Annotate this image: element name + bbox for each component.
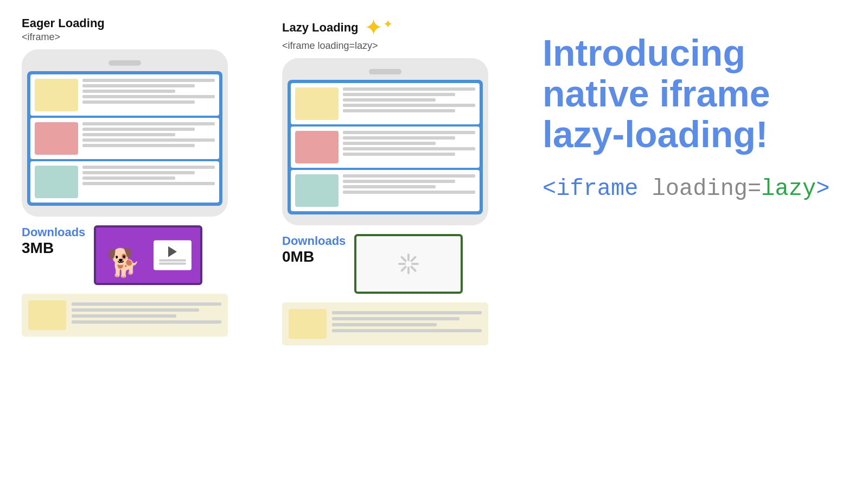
dog-icon: 🐕 bbox=[107, 247, 141, 279]
eager-phone bbox=[22, 49, 228, 217]
eager-below-item bbox=[22, 294, 228, 337]
lazy-phone bbox=[282, 58, 488, 225]
eager-downloads-row: Downloads 3MB 🐕 bbox=[22, 225, 202, 285]
lazy-screen bbox=[288, 80, 483, 214]
eager-subtitle: <iframe> bbox=[22, 31, 105, 43]
eager-title: Eager Loading bbox=[22, 16, 105, 30]
lazy-phone-notch bbox=[369, 69, 401, 74]
eager-downloads-label: Downloads bbox=[22, 225, 85, 239]
svg-line-7 bbox=[402, 267, 406, 271]
video-preview bbox=[154, 241, 192, 270]
below-fold-img bbox=[28, 300, 66, 330]
lazy-downloads-label: Downloads bbox=[282, 234, 346, 248]
eager-below-fold bbox=[22, 294, 228, 337]
svg-line-5 bbox=[412, 267, 416, 271]
eager-screen bbox=[27, 71, 222, 206]
intro-heading-line2: native iframe bbox=[542, 73, 770, 114]
eager-section-1 bbox=[30, 74, 219, 116]
loading-spinner-icon bbox=[395, 250, 422, 277]
intro-content: Introducing native iframe lazy-loading! … bbox=[542, 33, 846, 202]
lazy-img-2 bbox=[295, 131, 339, 163]
lazy-below-fold bbox=[282, 302, 488, 345]
eager-content-3 bbox=[82, 166, 215, 185]
svg-line-4 bbox=[402, 257, 406, 261]
play-icon bbox=[168, 246, 177, 257]
lazy-content-1 bbox=[343, 87, 475, 112]
eager-downloads-amount: 3MB bbox=[22, 239, 85, 257]
eager-img-3 bbox=[35, 166, 78, 198]
code-lazy-kw: lazy bbox=[761, 176, 816, 202]
intro-heading: Introducing native iframe lazy-loading! bbox=[542, 33, 846, 154]
lazy-content-3 bbox=[343, 174, 475, 194]
lazy-content-2 bbox=[343, 131, 475, 156]
lazy-section-1 bbox=[291, 83, 480, 124]
sparkle-big-icon: ✦ bbox=[364, 15, 383, 40]
eager-iframe-preview: 🐕 bbox=[94, 225, 202, 285]
intro-heading-line3: lazy-loading! bbox=[542, 113, 768, 155]
phone-notch bbox=[108, 60, 141, 66]
eager-downloads-info: Downloads 3MB bbox=[22, 225, 85, 257]
lazy-below-item bbox=[282, 302, 488, 345]
eager-section-3 bbox=[30, 161, 219, 203]
lazy-downloads-amount: 0MB bbox=[282, 248, 346, 266]
code-equals: = bbox=[748, 176, 761, 202]
code-close-bracket: > bbox=[816, 176, 829, 202]
main-container: Eager Loading <iframe> bbox=[0, 0, 868, 499]
sparkle-small-icon: ✦ bbox=[383, 17, 393, 31]
sparkle-decoration: ✦✦ bbox=[364, 16, 393, 39]
lazy-subtitle: <iframe loading=lazy> bbox=[282, 40, 393, 52]
lazy-section-2 bbox=[291, 127, 480, 168]
lazy-section-3 bbox=[291, 170, 480, 211]
lazy-label-row: Lazy Loading ✦✦ <iframe loading=lazy> bbox=[282, 16, 393, 52]
eager-loading-section: Eager Loading <iframe> bbox=[22, 16, 250, 337]
lazy-downloads-row: Downloads 0MB bbox=[282, 234, 463, 294]
intro-section: Introducing native iframe lazy-loading! … bbox=[542, 16, 846, 202]
lazy-img-3 bbox=[295, 174, 339, 207]
code-loading-kw: loading bbox=[652, 176, 748, 202]
lazy-below-fold-img bbox=[289, 309, 327, 339]
lazy-img-1 bbox=[295, 87, 339, 120]
lazy-loading-section: Lazy Loading ✦✦ <iframe loading=lazy> bbox=[282, 16, 510, 345]
eager-img-2 bbox=[35, 122, 78, 155]
lazy-downloads-info: Downloads 0MB bbox=[282, 234, 346, 266]
code-iframe-bracket: <iframe bbox=[542, 176, 652, 202]
eager-content-2 bbox=[82, 122, 215, 147]
lazy-iframe-placeholder bbox=[354, 234, 463, 294]
svg-line-6 bbox=[412, 257, 416, 261]
lazy-title: Lazy Loading bbox=[282, 21, 359, 35]
eager-section-2 bbox=[30, 118, 219, 159]
intro-heading-line1: Introducing bbox=[542, 32, 745, 73]
intro-code-line: <iframe loading=lazy> bbox=[542, 176, 846, 202]
eager-label-row: Eager Loading <iframe> bbox=[22, 16, 105, 43]
eager-content-1 bbox=[82, 79, 215, 104]
eager-img-1 bbox=[35, 79, 78, 111]
